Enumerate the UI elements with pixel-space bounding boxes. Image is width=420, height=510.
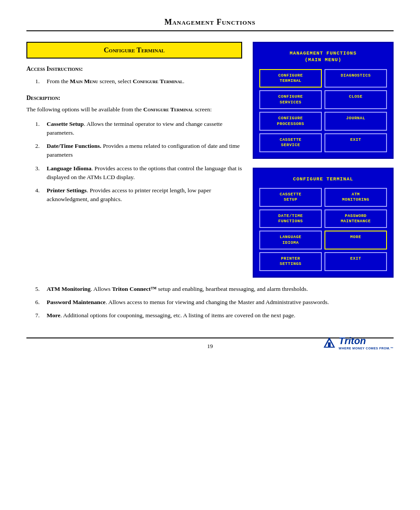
section-title: Configure Terminal [26,42,242,59]
btn-configure-services[interactable]: CONFIGURESERVICES [259,90,322,109]
additional-items: 5. ATM Monitoring. Allows Triton Connect… [26,285,394,320]
list-item-2: 2. Date/Time Functions. Provides a menu … [35,142,242,160]
btn-cassette-service[interactable]: CASSETTESERVICE [259,133,322,152]
btn-exit-2[interactable]: EXIT [324,252,387,271]
btn-password-maintenance[interactable]: PASSWORDMAINTENANCE [324,209,387,228]
btn-configure-processors[interactable]: CONFIGUREPROCESSORS [259,112,322,131]
page-footer: 19 Triton WHERE MONEY COMES FROM.™ [26,338,394,350]
btn-close[interactable]: CLOSE [324,90,387,109]
list-item-5: 5. ATM Monitoring. Allows Triton Connect… [35,285,394,294]
access-instructions-text: Access Instructions: [26,66,83,72]
btn-more[interactable]: MORE [324,231,387,249]
triton-logo: Triton WHERE MONEY COMES FROM.™ [323,335,394,350]
description-label: Description: [26,95,242,102]
additional-options-list: 5. ATM Monitoring. Allows Triton Connect… [26,285,394,320]
page-container: Management Functions Configure Terminal … [0,0,420,376]
page-number: 19 [207,343,213,350]
btn-configure-terminal[interactable]: CONFIGURETERMINAL [259,69,322,88]
btn-atm-monitoring[interactable]: ATMMONITORING [324,188,387,207]
atm-screen-2-title: CONFIGURE TERMINAL [259,174,387,184]
list-item-7: 7. More. Additional options for couponin… [35,311,394,320]
btn-language-idioma[interactable]: LANGUAGEIDIOMA [259,231,322,249]
triton-icon [323,336,336,349]
btn-diagnostics[interactable]: DIAGNOSTICS [324,69,387,88]
description-label-text: Description: [26,95,60,101]
svg-rect-2 [328,342,331,347]
options-list: 1. Cassette Setup. Allows the terminal o… [26,120,242,204]
list-item-3: 3. Language Idioma. Provides access to t… [35,164,242,182]
list-item-6: 6. Password Maintenance. Allows access t… [35,298,394,307]
left-column: Configure Terminal Access Instructions: … [26,42,242,278]
triton-logo-tagline: WHERE MONEY COMES FROM.™ [339,347,394,350]
atm-screen-2: CONFIGURE TERMINAL CASSETTESETUP ATMMONI… [253,168,394,278]
btn-printer-settings[interactable]: PRINTERSETTINGS [259,252,322,271]
atm-screen-1-title: MANAGEMENT FUNCTIONS(MAIN MENU) [259,48,387,66]
page-header: Management Functions [26,18,394,31]
page-title-text: Management Functions [164,18,255,26]
btn-cassette-setup[interactable]: CASSETTESETUP [259,188,322,207]
page-title: Management Functions [164,18,255,26]
content-area: Configure Terminal Access Instructions: … [26,42,394,278]
atm-screen-1: MANAGEMENT FUNCTIONS(MAIN MENU) CONFIGUR… [253,42,394,159]
description-text: The following options will be available … [26,105,242,114]
access-instructions-label: Access Instructions: [26,66,242,73]
triton-logo-name: Triton [339,335,394,347]
atm-screen-1-buttons: CONFIGURETERMINAL DIAGNOSTICS CONFIGURES… [259,69,387,152]
right-column: MANAGEMENT FUNCTIONS(MAIN MENU) CONFIGUR… [253,42,394,278]
btn-exit-1[interactable]: EXIT [324,133,387,152]
atm-screen-2-buttons: CASSETTESETUP ATMMONITORING DATE/TIMEFUN… [259,188,387,271]
instruction-item-1: 1. From the Main Menu screen, select Con… [35,77,242,86]
instruction-list: 1. From the Main Menu screen, select Con… [26,77,242,86]
btn-datetime-functions[interactable]: DATE/TIMEFUNCTIONS [259,209,322,228]
list-item-1: 1. Cassette Setup. Allows the terminal o… [35,120,242,138]
list-item-4: 4. Printer Settings. Provides access to … [35,186,242,204]
section-title-text: Configure Terminal [104,46,165,54]
btn-journal[interactable]: JOURNAL [324,112,387,131]
